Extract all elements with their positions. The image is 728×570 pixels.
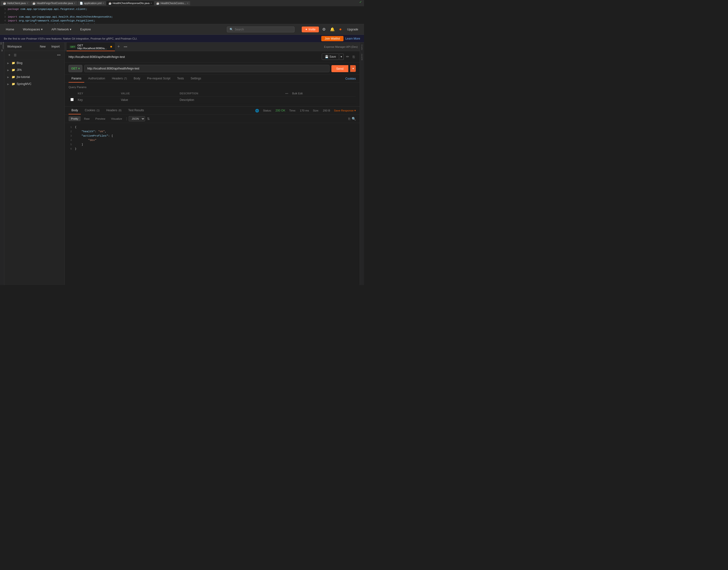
resp-tab-headers[interactable]: Headers (8) bbox=[103, 107, 124, 114]
javadb-icon[interactable]: JavaDB bbox=[360, 53, 363, 61]
join-waitlist-button[interactable]: Join Waitlist bbox=[321, 36, 343, 41]
ide-tab-label: HealthFeignTestController.java bbox=[37, 2, 73, 5]
sidebar-filter-button[interactable]: ☰ bbox=[13, 53, 18, 57]
ide-tab-close[interactable]: × bbox=[74, 2, 75, 5]
new-button[interactable]: New bbox=[38, 44, 47, 49]
tab-settings[interactable]: Settings bbox=[188, 75, 204, 82]
filter-icon-button[interactable]: ⇅ bbox=[147, 117, 150, 121]
format-select[interactable]: JSON bbox=[129, 116, 145, 121]
copy-icon-button[interactable]: ⎘ bbox=[352, 54, 356, 60]
tab-body[interactable]: Body bbox=[131, 75, 143, 82]
resp-code-line-1: 1 { bbox=[65, 125, 359, 129]
pm-response-area: Body Cookies (1) Headers (8) Test Result… bbox=[65, 106, 359, 153]
pm-sidebar: Workspace New Import + ☰ ••• ▶ 📁 Blog ▶ … bbox=[4, 42, 65, 285]
format-separator bbox=[127, 117, 127, 120]
params-row-empty: Key Value Description bbox=[68, 96, 356, 103]
chevron-down-icon: ▾ bbox=[78, 67, 80, 70]
ide-tab-close[interactable]: × bbox=[187, 2, 188, 5]
new-tab-button[interactable]: + bbox=[115, 44, 122, 50]
ide-tab-helloclient[interactable]: ☕ HelloClient.java × bbox=[1, 1, 30, 5]
fmt-tab-visualize[interactable]: Visualize bbox=[108, 116, 125, 121]
unsaved-indicator bbox=[110, 46, 112, 47]
ide-tab-close[interactable]: × bbox=[151, 2, 152, 5]
method-select[interactable]: GET ▾ bbox=[68, 65, 82, 72]
row-key[interactable]: Key bbox=[76, 96, 119, 103]
learn-more-button[interactable]: Learn More bbox=[345, 37, 360, 40]
sidebar-add-button[interactable]: + bbox=[7, 52, 11, 58]
sidebar-item-blog[interactable]: ▶ 📁 Blog bbox=[5, 60, 63, 66]
url-input[interactable] bbox=[84, 65, 329, 72]
key-col-header: KEY bbox=[76, 90, 119, 96]
row-description[interactable]: Description bbox=[178, 96, 280, 103]
sidebar-item-springmvc[interactable]: ▶ 📁 SpringMVC bbox=[5, 81, 63, 87]
pm-url-bar: GET ▾ Send ▾ bbox=[65, 62, 359, 75]
tab-tests[interactable]: Tests bbox=[174, 75, 187, 82]
ide-tab-label: HealthCheckContro... bbox=[161, 2, 186, 5]
ide-tab-healthdto[interactable]: ☕ HealthCheckResponseDto.java × bbox=[106, 1, 154, 5]
col-more-icon: ••• bbox=[285, 92, 288, 95]
floppy-disk-icon: 💾 bbox=[325, 55, 328, 58]
chevron-right-icon: ▶ bbox=[7, 62, 10, 64]
ide-tab-healthcheck[interactable]: ☕ HealthCheckContro... × bbox=[154, 1, 190, 5]
nav-explore[interactable]: Explore bbox=[78, 27, 93, 32]
search-response-button[interactable]: 🔍 bbox=[352, 117, 356, 121]
settings-button[interactable]: ⚙ bbox=[321, 26, 326, 33]
bulk-edit-col: Bulk Edit bbox=[290, 90, 356, 96]
upgrade-button[interactable]: Upgrade bbox=[345, 27, 360, 32]
resp-tab-body[interactable]: Body bbox=[68, 107, 81, 114]
chevron-right-icon: ▶ bbox=[7, 69, 10, 71]
resp-tab-cookies[interactable]: Cookies (1) bbox=[82, 107, 102, 114]
sidebar-item-jtwtutorial[interactable]: ▶ 📁 jtw-tutorial bbox=[5, 74, 63, 80]
tabs-more-button[interactable]: ••• bbox=[123, 44, 129, 49]
copy-response-button[interactable]: ⎘ bbox=[348, 117, 350, 121]
tab-prerequest[interactable]: Pre-request Script bbox=[144, 75, 173, 82]
tab-headers[interactable]: Headers (7) bbox=[109, 75, 130, 82]
resp-code-line-2: 2 "health": "ok", bbox=[65, 129, 359, 134]
ide-tab-icon: ☕ bbox=[32, 2, 36, 5]
params-table: KEY VALUE DESCRIPTION ••• Bulk Edit bbox=[68, 90, 356, 103]
bulk-edit-button[interactable]: Bulk Edit bbox=[292, 92, 302, 95]
nav-home[interactable]: Home bbox=[4, 27, 16, 32]
save-response-button[interactable]: Save Response ▾ bbox=[334, 109, 356, 112]
pm-request-area: GET GET http://localhost:8080/a... + •••… bbox=[65, 42, 359, 285]
tab-authorization[interactable]: Authorization bbox=[85, 75, 108, 82]
ide-tab-icon: ☕ bbox=[3, 2, 6, 5]
sidebar-more-button[interactable]: ••• bbox=[56, 53, 61, 57]
edit-icon-button[interactable]: ✏ bbox=[345, 54, 350, 60]
pm-tab-active[interactable]: GET GET http://localhost:8080/a... bbox=[67, 42, 115, 51]
tab-url-short: GET http://localhost:8080/a... bbox=[77, 44, 109, 50]
tab-params[interactable]: Params bbox=[68, 75, 84, 82]
notification-button[interactable]: 🔔 bbox=[329, 26, 336, 33]
sidebar-item-label: Blog bbox=[17, 61, 22, 65]
resp-tab-test-results[interactable]: Test Results bbox=[125, 107, 147, 114]
send-dropdown-button[interactable]: ▾ bbox=[350, 65, 356, 72]
invite-button[interactable]: ✦ Invite bbox=[302, 27, 319, 32]
globe-icon: 🌐 bbox=[255, 109, 259, 112]
ide-tab-appyml[interactable]: 📄 application.yml × bbox=[78, 1, 106, 5]
row-checkbox[interactable] bbox=[68, 96, 76, 103]
cookies-link[interactable]: Cookies bbox=[345, 75, 356, 82]
status-label: Status: bbox=[263, 109, 272, 112]
checkmark-icon: ✓ bbox=[359, 0, 362, 4]
avatar-button[interactable]: ● bbox=[338, 26, 343, 33]
save-dropdown-button[interactable]: ▾ bbox=[339, 54, 344, 60]
send-button[interactable]: Send bbox=[331, 65, 348, 72]
fmt-tab-pretty[interactable]: Pretty bbox=[68, 116, 81, 121]
row-value[interactable]: Value bbox=[119, 96, 178, 103]
ide-tab-close[interactable]: × bbox=[27, 2, 28, 5]
nav-workspaces[interactable]: Workspaces ▾ bbox=[21, 27, 45, 32]
nav-api-network[interactable]: API Network ▾ bbox=[49, 27, 73, 32]
fmt-tab-preview[interactable]: Preview bbox=[93, 116, 108, 121]
gradle-icon[interactable]: Gradle bbox=[360, 43, 363, 51]
fmt-tab-raw[interactable]: Raw bbox=[81, 116, 92, 121]
db-browser-icon[interactable]: DB Browser bbox=[0, 43, 4, 48]
import-button[interactable]: Import bbox=[49, 44, 61, 49]
sidebar-item-jpa[interactable]: ▶ 📁 JPA bbox=[5, 67, 63, 73]
ide-tab-healthfeign[interactable]: ☕ HealthFeignTestController.java × bbox=[30, 1, 77, 5]
search-bar[interactable]: 🔍 bbox=[227, 27, 294, 32]
save-button[interactable]: 💾 Save bbox=[322, 54, 339, 60]
jb-icon[interactable]: JB bbox=[0, 48, 4, 53]
ide-tab-close[interactable]: × bbox=[102, 2, 104, 5]
folder-icon: 📁 bbox=[12, 82, 15, 86]
search-input[interactable] bbox=[235, 28, 292, 31]
